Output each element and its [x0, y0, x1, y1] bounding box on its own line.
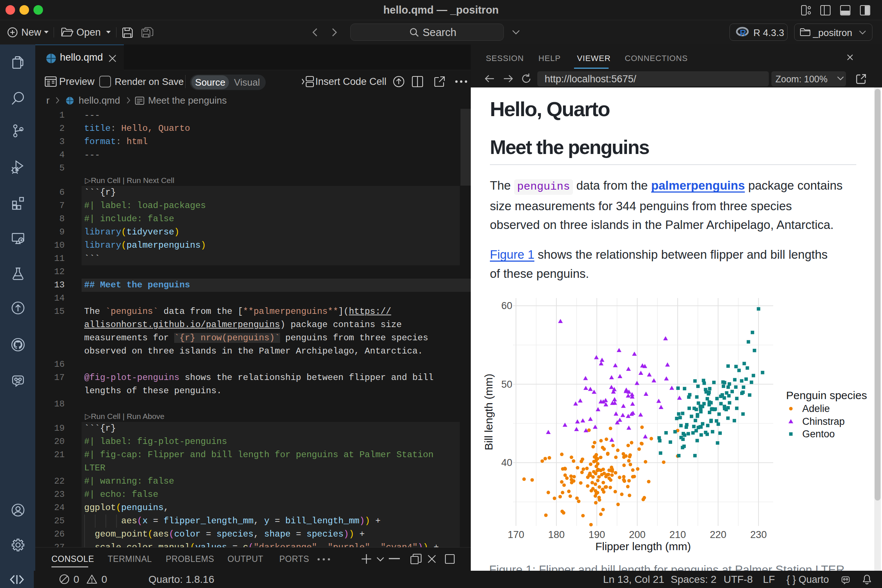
svg-text:180: 180: [548, 529, 564, 540]
svg-text:190: 190: [588, 529, 605, 540]
svg-text:Flipper length (mm): Flipper length (mm): [596, 540, 691, 552]
svg-text:Chinstrap: Chinstrap: [802, 416, 845, 427]
svg-text:Adelie: Adelie: [802, 403, 830, 414]
svg-text:40: 40: [501, 457, 512, 468]
svg-text:R: R: [740, 28, 746, 38]
svg-text:210: 210: [669, 529, 686, 540]
svg-text:Penguin species: Penguin species: [786, 389, 867, 401]
svg-text:50: 50: [501, 379, 512, 390]
svg-text:Gentoo: Gentoo: [802, 429, 835, 440]
svg-text:170: 170: [507, 529, 524, 540]
svg-text:230: 230: [750, 529, 766, 540]
svg-text:220: 220: [710, 529, 726, 540]
svg-text:200: 200: [629, 529, 645, 540]
svg-text:Bill length (mm): Bill length (mm): [483, 374, 495, 450]
svg-text:60: 60: [501, 300, 512, 311]
